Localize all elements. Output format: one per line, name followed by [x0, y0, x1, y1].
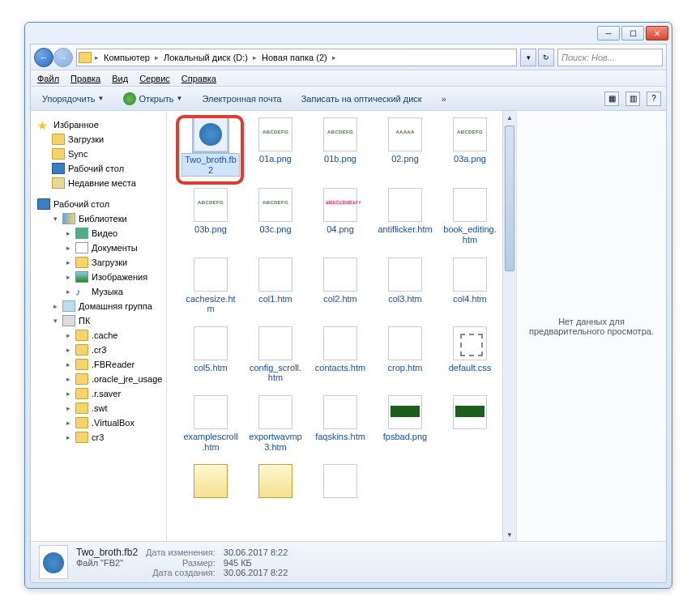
- sidebar-folder[interactable]: ▸.VirtualBox: [32, 415, 164, 430]
- breadcrumb-drive[interactable]: Локальный диск (D:): [160, 51, 251, 64]
- file-label: [274, 500, 277, 501]
- file-item[interactable]: ABCDEFG03a.png: [441, 117, 499, 177]
- file-item[interactable]: default.css: [441, 326, 499, 384]
- chevron-right-icon[interactable]: ▸: [253, 53, 257, 62]
- sidebar-homegroup[interactable]: ▸Домашняя группа: [32, 299, 164, 313]
- script-file-icon: [194, 464, 228, 498]
- scroll-down-icon[interactable]: ▼: [503, 528, 516, 541]
- file-item[interactable]: col5.htm: [181, 326, 240, 384]
- sidebar-desktop-fav[interactable]: Рабочий стол: [32, 161, 164, 176]
- preview-pane-button[interactable]: ▥: [625, 92, 640, 106]
- file-item[interactable]: col3.htm: [376, 258, 434, 315]
- file-item[interactable]: [311, 464, 369, 501]
- file-item[interactable]: exportwavmp3.htm: [246, 395, 305, 453]
- help-button[interactable]: ?: [647, 92, 661, 106]
- file-item[interactable]: ABCDEFG03c.png: [246, 188, 305, 245]
- file-item[interactable]: aBbCcDdEeFf04.png: [311, 188, 369, 245]
- file-list[interactable]: Two_broth.fb2ABCDEFG01a.pngABCDEFG01b.pn…: [167, 111, 502, 541]
- burn-button[interactable]: Записать на оптический диск: [295, 92, 429, 106]
- sidebar-pc[interactable]: ▾ПК: [32, 313, 164, 328]
- scrollbar[interactable]: ▲ ▼: [502, 111, 516, 541]
- close-button[interactable]: ✕: [646, 26, 668, 40]
- menu-help[interactable]: Справка: [181, 74, 216, 83]
- forward-button[interactable]: →: [53, 48, 73, 67]
- file-item[interactable]: col2.htm: [311, 258, 369, 315]
- sidebar-folder[interactable]: ▸.cache: [32, 328, 164, 343]
- sidebar-sync[interactable]: Sync: [32, 147, 164, 161]
- titlebar[interactable]: ─ ☐ ✕: [25, 23, 672, 44]
- file-item[interactable]: contacts.htm: [311, 326, 369, 384]
- file-item[interactable]: [181, 464, 240, 501]
- menu-file[interactable]: Файл: [37, 74, 59, 83]
- expand-icon[interactable]: ▾: [52, 215, 59, 223]
- sidebar-documents[interactable]: ▸Документы: [32, 241, 164, 255]
- status-modified-label: Дата изменения:: [146, 547, 216, 557]
- sidebar-folder[interactable]: ▸.cr3: [32, 343, 164, 357]
- htm-file-icon: [323, 258, 357, 292]
- sidebar-music[interactable]: ▸♪Музыка: [32, 284, 164, 299]
- file-item[interactable]: [441, 395, 499, 453]
- chevron-right-icon[interactable]: ▸: [95, 53, 99, 62]
- document-icon: [75, 242, 88, 253]
- menu-view[interactable]: Вид: [112, 74, 128, 83]
- chevron-right-icon[interactable]: ▸: [332, 53, 336, 62]
- desktop-group[interactable]: Рабочий стол: [32, 197, 164, 211]
- file-label: exportwavmp3.htm: [246, 431, 305, 453]
- file-item[interactable]: ABCDEFG01a.png: [246, 117, 305, 177]
- view-mode-button[interactable]: ▦: [604, 92, 619, 106]
- file-item[interactable]: crop.htm: [376, 326, 434, 384]
- back-button[interactable]: ←: [34, 48, 53, 67]
- search-input[interactable]: Поиск: Нов...: [557, 49, 663, 66]
- pictures-icon: [75, 271, 88, 283]
- file-item[interactable]: antiflicker.htm: [376, 188, 434, 245]
- sidebar-recent[interactable]: Недавние места: [32, 176, 164, 190]
- menu-tools[interactable]: Сервис: [139, 74, 170, 83]
- file-item[interactable]: config_scroll.htm: [246, 326, 305, 384]
- file-item[interactable]: [246, 464, 305, 501]
- file-item[interactable]: cachesize.htm: [181, 258, 240, 315]
- sidebar-folder[interactable]: ▸cr3: [32, 430, 164, 445]
- toolbar-overflow[interactable]: »: [435, 92, 453, 106]
- file-item[interactable]: col1.htm: [246, 258, 305, 315]
- menu-edit[interactable]: Правка: [70, 74, 100, 83]
- file-label: col4.htm: [451, 293, 489, 305]
- file-item[interactable]: examplescroll.htm: [181, 395, 240, 453]
- organize-button[interactable]: Упорядочить▼: [36, 92, 110, 106]
- htm-file-icon: [453, 258, 487, 292]
- maximize-button[interactable]: ☐: [621, 26, 644, 40]
- folder-icon: [75, 359, 88, 370]
- file-item[interactable]: AAAAA02.png: [376, 117, 434, 177]
- chevron-right-icon[interactable]: ▸: [155, 53, 159, 62]
- sidebar-downloads-lib[interactable]: ▸Загрузки: [32, 255, 164, 270]
- file-item[interactable]: faqskins.htm: [311, 395, 369, 453]
- scroll-thumb[interactable]: [505, 126, 514, 271]
- open-button[interactable]: Открыть▼: [117, 90, 189, 108]
- sidebar-folder[interactable]: ▸.swt: [32, 401, 164, 415]
- breadcrumb[interactable]: ▸ Компьютер ▸ Локальный диск (D:) ▸ Нова…: [76, 49, 517, 66]
- menu-bar: Файл Правка Вид Сервис Справка: [31, 70, 666, 87]
- file-item[interactable]: col4.htm: [441, 258, 499, 315]
- sidebar-folder[interactable]: ▸.r.saver: [32, 386, 164, 401]
- sidebar-downloads[interactable]: Загрузки: [32, 132, 164, 147]
- sidebar-video[interactable]: ▸Видео: [32, 226, 164, 241]
- sidebar-folder[interactable]: ▸.oracle_jre_usage: [32, 372, 164, 386]
- sidebar-pictures[interactable]: ▸Изображения: [32, 270, 164, 284]
- breadcrumb-computer[interactable]: Компьютер: [100, 51, 153, 64]
- file-item[interactable]: fpsbad.png: [376, 395, 434, 453]
- breadcrumb-folder[interactable]: Новая папка (2): [258, 51, 331, 64]
- file-label: fpsbad.png: [382, 431, 429, 443]
- sidebar-folder[interactable]: ▸.FBReader: [32, 357, 164, 372]
- minimize-button[interactable]: ─: [597, 26, 620, 40]
- email-button[interactable]: Электронная почта: [196, 92, 288, 106]
- file-item[interactable]: ABCDEFG03b.png: [181, 188, 240, 245]
- history-dropdown[interactable]: ▾: [520, 49, 536, 66]
- refresh-button[interactable]: ↻: [538, 49, 554, 66]
- favorites-group[interactable]: ★Избранное: [32, 117, 164, 132]
- window-body: ← → ▸ Компьютер ▸ Локальный диск (D:) ▸ …: [30, 44, 667, 583]
- sidebar-libraries[interactable]: ▾Библиотеки: [32, 211, 164, 226]
- file-item[interactable]: book_editing.htm: [441, 188, 499, 245]
- scroll-up-icon[interactable]: ▲: [503, 111, 516, 124]
- folder-icon: [75, 388, 88, 399]
- file-item[interactable]: Two_broth.fb2: [181, 117, 240, 177]
- file-item[interactable]: ABCDEFG01b.png: [311, 117, 369, 177]
